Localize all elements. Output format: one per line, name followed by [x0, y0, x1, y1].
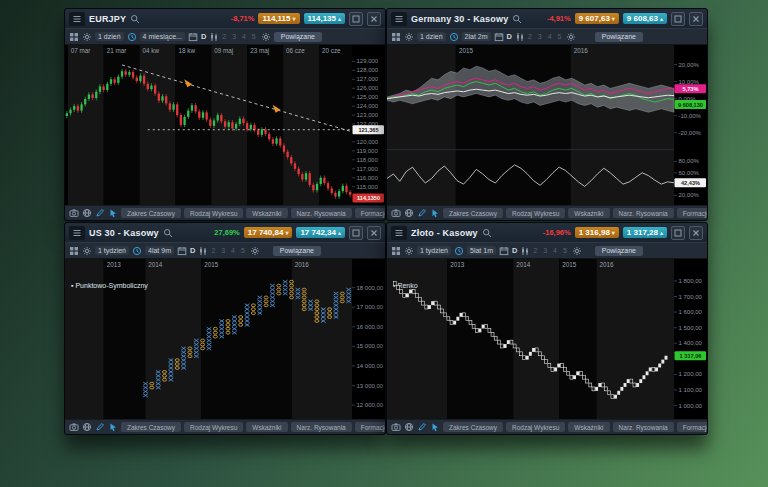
- ask-button[interactable]: 114,135▴: [304, 13, 346, 24]
- drawing-tools-button[interactable]: Narz. Rysowania: [613, 422, 674, 432]
- layout-grid-icon[interactable]: [69, 246, 79, 256]
- layout-grid-icon[interactable]: [391, 246, 401, 256]
- cursor-icon[interactable]: [108, 422, 118, 432]
- menu-icon[interactable]: [391, 226, 407, 240]
- chart-type-icon[interactable]: [198, 246, 208, 256]
- chart-type-icon[interactable]: [515, 32, 525, 42]
- layout-count-options[interactable]: 2 3 4 5: [528, 33, 563, 40]
- interval-badge[interactable]: D: [201, 32, 206, 41]
- time-range-button[interactable]: Zakres Czasowy: [121, 422, 181, 432]
- expand-button[interactable]: [671, 12, 685, 26]
- related-button[interactable]: Powiązane: [273, 246, 321, 256]
- chart-type-button[interactable]: Rodzaj Wykresu: [506, 208, 565, 218]
- chart-canvas[interactable]: 201320142015201618 000,0017 000,0016 000…: [65, 259, 385, 419]
- layout-count-options[interactable]: 2 3 4 5: [211, 247, 246, 254]
- ask-button[interactable]: 17 742,34▴: [296, 227, 345, 238]
- search-icon[interactable]: [482, 228, 492, 238]
- time-range-button[interactable]: Zakres Czasowy: [443, 208, 503, 218]
- expand-button[interactable]: [349, 12, 363, 26]
- interval-badge[interactable]: D: [507, 32, 512, 41]
- pencil-icon[interactable]: [417, 208, 427, 218]
- bid-button[interactable]: 1 316,98▾: [575, 227, 619, 238]
- chart-type-button[interactable]: Rodzaj Wykresu: [184, 422, 243, 432]
- gear-icon[interactable]: [82, 32, 92, 42]
- cursor-icon[interactable]: [430, 422, 440, 432]
- layout-grid-icon[interactable]: [69, 32, 79, 42]
- gear-icon[interactable]: [404, 246, 414, 256]
- patterns-button[interactable]: Formacje: [677, 208, 708, 218]
- calendar-icon[interactable]: [494, 32, 504, 42]
- search-icon[interactable]: [163, 228, 173, 238]
- period-dropdown[interactable]: 1 dzień: [417, 32, 446, 41]
- drawing-tools-button[interactable]: Narz. Rysowania: [291, 422, 352, 432]
- ask-button[interactable]: 1 317,28▴: [623, 227, 667, 238]
- search-icon[interactable]: [512, 14, 522, 24]
- time-range-button[interactable]: Zakres Czasowy: [121, 208, 181, 218]
- screenshot-icon[interactable]: [391, 208, 401, 218]
- chart-type-icon[interactable]: [520, 246, 530, 256]
- related-button[interactable]: Powiązane: [595, 32, 643, 42]
- globe-icon[interactable]: [82, 208, 92, 218]
- settings-gear-icon[interactable]: [572, 246, 582, 256]
- menu-icon[interactable]: [69, 226, 85, 240]
- globe-icon[interactable]: [82, 422, 92, 432]
- indicators-button[interactable]: Wskaźniki: [246, 208, 287, 218]
- interval-badge[interactable]: D: [512, 246, 517, 255]
- close-button[interactable]: [689, 12, 703, 26]
- clock-icon[interactable]: [132, 246, 142, 256]
- pencil-icon[interactable]: [95, 422, 105, 432]
- menu-icon[interactable]: [391, 12, 407, 26]
- menu-icon[interactable]: [69, 12, 85, 26]
- drawing-tools-button[interactable]: Narz. Rysowania: [291, 208, 352, 218]
- chart-canvas[interactable]: 07 mar21 mar04 kw18 kw09 maj23 maj06 cze…: [65, 45, 385, 205]
- close-button[interactable]: [367, 226, 381, 240]
- settings-gear-icon[interactable]: [566, 32, 576, 42]
- pencil-icon[interactable]: [95, 208, 105, 218]
- range-dropdown[interactable]: 2lat 2m: [462, 32, 491, 41]
- bid-button[interactable]: 114,115▾: [258, 13, 299, 24]
- layout-count-options[interactable]: 2 3 4 5: [222, 33, 257, 40]
- range-dropdown[interactable]: 5lat 1m: [467, 246, 496, 255]
- period-dropdown[interactable]: 1 tydzień: [95, 246, 129, 255]
- indicators-button[interactable]: Wskaźniki: [246, 422, 287, 432]
- search-icon[interactable]: [130, 14, 140, 24]
- calendar-icon[interactable]: [177, 246, 187, 256]
- indicators-button[interactable]: Wskaźniki: [568, 422, 609, 432]
- ask-button[interactable]: 9 608,63▴: [623, 13, 667, 24]
- screenshot-icon[interactable]: [391, 422, 401, 432]
- patterns-button[interactable]: Formacje: [355, 422, 386, 432]
- close-button[interactable]: [367, 12, 381, 26]
- period-dropdown[interactable]: 1 dzień: [95, 32, 124, 41]
- bid-button[interactable]: 9 607,63▾: [575, 13, 619, 24]
- globe-icon[interactable]: [404, 422, 414, 432]
- clock-icon[interactable]: [127, 32, 137, 42]
- interval-badge[interactable]: D: [190, 246, 195, 255]
- layout-count-options[interactable]: 2 3 4 5: [533, 247, 568, 254]
- indicators-button[interactable]: Wskaźniki: [568, 208, 609, 218]
- range-dropdown[interactable]: 4 miesiące...: [140, 32, 185, 41]
- settings-gear-icon[interactable]: [261, 32, 271, 42]
- range-dropdown[interactable]: 4lat 9m: [145, 246, 174, 255]
- related-button[interactable]: Powiązane: [274, 32, 322, 42]
- expand-button[interactable]: [349, 226, 363, 240]
- patterns-button[interactable]: Formacje: [355, 208, 386, 218]
- expand-button[interactable]: [671, 226, 685, 240]
- clock-icon[interactable]: [449, 32, 459, 42]
- gear-icon[interactable]: [82, 246, 92, 256]
- clock-icon[interactable]: [454, 246, 464, 256]
- period-dropdown[interactable]: 1 tydzień: [417, 246, 451, 255]
- time-range-button[interactable]: Zakres Czasowy: [443, 422, 503, 432]
- globe-icon[interactable]: [404, 208, 414, 218]
- pencil-icon[interactable]: [417, 422, 427, 432]
- screenshot-icon[interactable]: [69, 208, 79, 218]
- screenshot-icon[interactable]: [69, 422, 79, 432]
- patterns-button[interactable]: Formacje: [677, 422, 708, 432]
- chart-canvas[interactable]: 2015201620,00%10,00%0,00%-10,00%-20,00%5…: [387, 45, 707, 205]
- calendar-icon[interactable]: [188, 32, 198, 42]
- related-button[interactable]: Powiązane: [595, 246, 643, 256]
- bid-button[interactable]: 17 740,84▾: [244, 227, 293, 238]
- settings-gear-icon[interactable]: [250, 246, 260, 256]
- chart-type-icon[interactable]: [209, 32, 219, 42]
- cursor-icon[interactable]: [430, 208, 440, 218]
- drawing-tools-button[interactable]: Narz. Rysowania: [613, 208, 674, 218]
